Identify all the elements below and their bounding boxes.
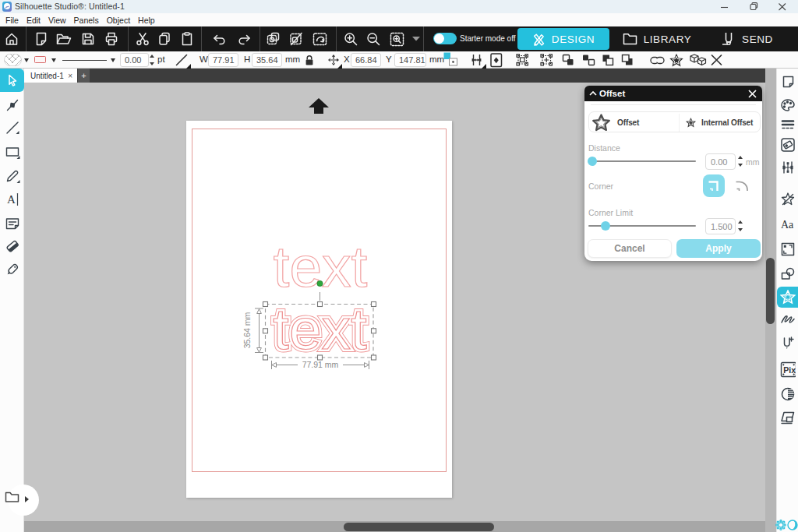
vertical-scrollbar-thumb[interactable] [766,258,775,324]
weld-button[interactable] [649,54,666,66]
corner-round-option[interactable] [732,176,752,196]
tool-eraser[interactable] [4,238,20,254]
distance-stepper[interactable] [738,155,743,167]
tab-library[interactable]: LIBRARY [609,26,704,51]
tool-edit-points[interactable] [4,97,20,113]
horizontal-scrollbar[interactable] [24,521,765,532]
line-color-swatch[interactable] [34,56,46,63]
line-style-sample[interactable] [62,60,107,62]
panel-pixscan[interactable]: Pix [780,361,796,377]
fill-color-swatch[interactable] [4,54,22,66]
center-to-page-button[interactable] [490,53,503,68]
offset-quick-button[interactable] [669,53,684,68]
x-position-input[interactable] [351,53,381,67]
anchor-point-selector[interactable] [443,52,457,66]
paste-button[interactable] [178,30,196,48]
new-document-button[interactable] [33,30,50,48]
copy-button[interactable] [156,30,173,48]
menu-object[interactable]: Object [106,16,131,25]
distance-slider-handle[interactable] [588,157,597,166]
library-drawer-folder-icon[interactable] [5,491,19,503]
new-document-tab-button[interactable]: + [78,69,90,83]
corner-limit-stepper[interactable] [738,220,743,232]
panel-transform[interactable] [780,160,796,175]
apply-button[interactable]: Apply [676,239,761,258]
starter-mode-toggle[interactable] [433,33,457,44]
corner-sharp-option[interactable] [703,174,725,197]
save-button[interactable] [79,30,97,48]
document-tab-close[interactable]: × [68,72,72,80]
group-button[interactable] [561,54,575,66]
panel-page-setup[interactable] [780,74,796,90]
height-input[interactable] [252,53,282,67]
tool-rectangle[interactable] [4,143,20,160]
menu-file[interactable]: File [5,16,19,25]
zoom-out-button[interactable] [365,30,382,48]
panel-close-icon[interactable] [748,90,757,98]
panel-effects[interactable] [780,192,796,207]
horizontal-scrollbar-thumb[interactable] [344,523,494,531]
select-all-button[interactable] [265,30,282,48]
tool-draw[interactable] [4,167,20,184]
width-input[interactable] [208,53,238,67]
y-position-input[interactable] [394,53,426,67]
deselect-all-button[interactable] [288,30,305,48]
panel-trace-blade[interactable] [780,335,796,351]
line-thickness-stepper[interactable] [150,54,155,66]
corner-limit-input[interactable] [705,218,736,234]
close-button[interactable] [771,0,794,13]
tool-select[interactable] [0,69,24,92]
print-button[interactable] [103,30,120,48]
tool-text[interactable]: A [4,191,20,207]
undo-button[interactable] [210,30,228,48]
maximize-button[interactable] [742,0,765,13]
minimize-button[interactable] [713,0,736,13]
collapse-chevron-icon[interactable] [589,91,597,96]
fill-color-dropdown[interactable] [24,58,29,62]
offset-panel-header[interactable]: Offset [584,86,762,101]
tool-notes[interactable] [4,215,20,231]
line-style-dropdown[interactable] [111,58,115,62]
offset-option-button[interactable]: Offset [589,112,679,133]
delete-button[interactable] [710,54,723,66]
redo-button[interactable] [236,30,253,48]
library-drawer-expand-arrow[interactable] [25,496,29,502]
internal-offset-option-button[interactable]: Internal Offset [679,112,761,133]
line-color-dropdown[interactable] [51,58,56,62]
open-button[interactable] [55,30,72,48]
lock-aspect-button[interactable] [304,54,315,66]
tab-send[interactable]: SEND [704,26,790,51]
document-tab[interactable]: Untitled-1 × [24,69,77,83]
scale-selection-button[interactable] [515,54,529,66]
panel-trace-area[interactable] [780,410,796,425]
line-thickness-input[interactable] [120,53,149,67]
tab-design[interactable]: DESIGN [517,28,609,50]
menu-view[interactable]: View [48,16,67,25]
menu-edit[interactable]: Edit [26,16,41,25]
panel-text-style[interactable]: Aa [780,216,796,231]
theme-toggle-button[interactable] [787,520,798,530]
menu-panels[interactable]: Panels [73,16,100,25]
panel-modify[interactable] [780,266,796,282]
bring-to-front-button[interactable] [601,54,615,66]
modify-3d-button[interactable] [689,53,708,67]
preferences-button[interactable] [775,520,786,530]
panel-offset-active[interactable] [777,287,798,308]
home-button[interactable] [3,30,20,48]
panel-line-style[interactable] [780,117,796,132]
tool-knife[interactable] [4,261,20,277]
corner-limit-slider-handle[interactable] [601,221,610,231]
cancel-button[interactable]: Cancel [588,239,672,258]
panel-fill-color[interactable] [780,97,796,113]
menu-help[interactable]: Help [137,16,156,25]
send-to-back-button[interactable] [620,54,634,66]
vertical-scrollbar[interactable] [765,69,776,532]
panel-sketch[interactable] [780,311,796,326]
zoom-in-button[interactable] [342,30,359,48]
scale-to-page-button[interactable] [539,54,553,66]
cut-button[interactable] [134,30,151,48]
zoom-selection-button[interactable] [388,30,405,48]
panel-shade[interactable] [780,386,796,402]
select-rotated-button[interactable] [311,30,328,48]
panel-fill-pattern[interactable] [780,137,796,153]
